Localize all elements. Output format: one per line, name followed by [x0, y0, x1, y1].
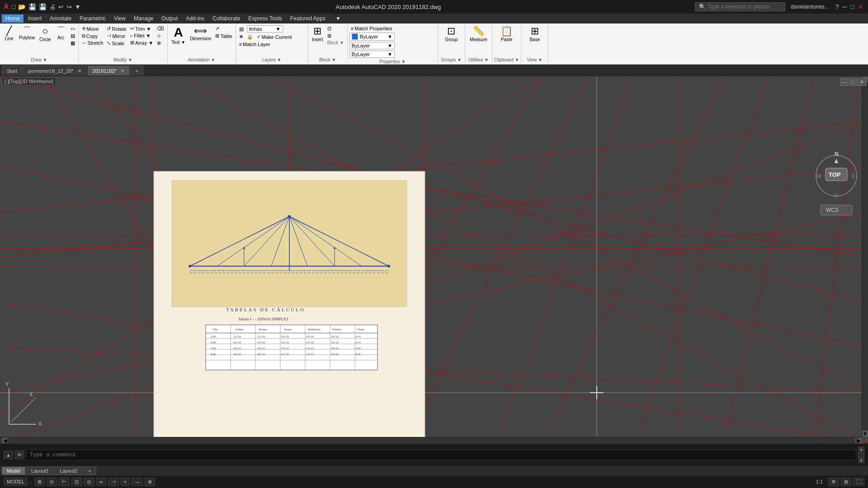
make-current-button[interactable]: ✓ Make Current [255, 33, 293, 40]
leader-button[interactable]: ↗ [214, 25, 233, 32]
tab-20191182[interactable]: 20191182* ✕ [88, 66, 130, 75]
status-isnap-btn[interactable]: ◎ [84, 478, 94, 486]
status-ducs-btn[interactable]: ⊣ [108, 478, 119, 486]
status-dyn-btn[interactable]: + [121, 478, 130, 486]
print-button[interactable]: 🖨 [48, 2, 57, 11]
layer-properties-button[interactable]: ▤ [238, 26, 245, 33]
scrollbar-bottom[interactable]: ◀ ▶ [0, 437, 862, 443]
redo-button[interactable]: ↪ [66, 2, 73, 11]
measure-button[interactable]: 📏 Measure [468, 25, 489, 43]
cmd-expand-button[interactable]: ▲ [4, 451, 13, 459]
saveas-button[interactable]: 💾 [38, 2, 47, 11]
close-viewport-button[interactable]: ✕ [858, 78, 866, 86]
model-tab-layout2[interactable]: Layout2 [55, 467, 82, 475]
status-settings-btn[interactable]: ⚙ [828, 478, 839, 486]
hatch-button[interactable]: ▤ [69, 33, 76, 39]
status-fullscreen-btn[interactable]: ⛶ [853, 478, 864, 486]
match-layer-button[interactable]: ≡ Match Layer [238, 41, 272, 47]
array-button[interactable]: ⊞ Array ▼ [129, 39, 155, 46]
status-polar-btn[interactable]: ⊡ [71, 478, 82, 486]
define-button[interactable]: ⊞ [326, 33, 345, 39]
menu-output[interactable]: Output [158, 14, 181, 23]
menu-view[interactable]: View [110, 14, 129, 23]
status-model-btn[interactable]: MODEL [4, 478, 28, 486]
cmd-settings-button[interactable]: ⚙ [15, 450, 24, 459]
minimize-button[interactable]: ─ [842, 2, 848, 11]
color-dropdown[interactable]: ByLayer ▼ [349, 33, 395, 41]
tab-20191182-close[interactable]: ✕ [120, 68, 125, 74]
search-input[interactable] [708, 4, 780, 10]
circle-button[interactable]: ○ Circle [38, 25, 53, 43]
paste-button[interactable]: 📋 Paste [499, 25, 514, 43]
status-ortho-btn[interactable]: ⊢ [59, 478, 70, 486]
status-tp-btn[interactable]: ⊕ [145, 478, 155, 486]
status-lwt-btn[interactable]: — [132, 478, 143, 486]
join-button[interactable]: ⊕ [156, 40, 165, 47]
maximize-viewport-button[interactable]: □ [849, 78, 857, 86]
menu-home[interactable]: Home [2, 14, 24, 23]
undo-button[interactable]: ↩ [57, 2, 65, 11]
qat-dropdown[interactable]: ▼ [74, 2, 82, 11]
restore-button[interactable]: ─ [840, 78, 849, 86]
scroll-right-button[interactable]: ▶ [855, 438, 862, 443]
scroll-cmd[interactable]: ▲ ▼ [858, 447, 864, 463]
explode-button[interactable]: ⊹ [156, 33, 165, 39]
open-button[interactable]: 📂 [17, 2, 27, 11]
freeze-button[interactable]: ❄ [238, 33, 245, 40]
layer-dropdown[interactable]: linhas ▼ [247, 25, 283, 33]
base-button[interactable]: ⊞ Base [528, 25, 542, 43]
scrollbar-right[interactable]: ▲ ▼ [862, 76, 868, 437]
maximize-button[interactable]: □ [850, 2, 855, 11]
menu-collaborate[interactable]: Collaborate [209, 14, 244, 23]
menu-extra[interactable]: ▼ [332, 14, 344, 23]
gradient-button[interactable]: ▦ [69, 40, 76, 47]
navigation-widget[interactable]: N S W E TOP WCS [814, 149, 859, 239]
model-tab-model[interactable]: Model [2, 467, 25, 475]
close-button[interactable]: ✕ [857, 2, 864, 11]
new-button[interactable]: □ [11, 2, 16, 11]
copy-button[interactable]: ⧉ Copy [80, 33, 105, 39]
move-button[interactable]: ✛ Move [80, 25, 105, 32]
menu-featuredapps[interactable]: Featured Apps [287, 14, 329, 23]
stretch-button[interactable]: ↔ Stretch [80, 40, 105, 46]
create-block-button[interactable]: ⊡ [326, 25, 345, 32]
menu-manage[interactable]: Manage [130, 14, 157, 23]
tab-pormenor-close[interactable]: ✕ [77, 68, 82, 74]
fillet-button[interactable]: ⌐ Fillet ▼ [129, 33, 155, 39]
lineweight-dropdown[interactable]: ByLayer ▼ [349, 51, 395, 58]
trim-button[interactable]: ✂ Trim ▼ [129, 25, 155, 32]
tab-add[interactable]: + [131, 66, 143, 75]
menu-parametric[interactable]: Parametric [76, 14, 109, 23]
save-button[interactable]: 💾 [28, 2, 37, 11]
search-bar[interactable]: 🔍 [695, 2, 785, 11]
erase-button[interactable]: ⌫ [156, 25, 165, 32]
model-tab-add[interactable]: + [83, 467, 96, 475]
model-tab-layout1[interactable]: Layout1 [26, 467, 54, 475]
menu-expresstools[interactable]: Express Tools [245, 14, 285, 23]
polyline-button[interactable]: ⌒ Polyline [17, 25, 37, 41]
line-button[interactable]: ╱ Line [2, 25, 16, 42]
dimension-button[interactable]: ⟺ Dimension [188, 25, 213, 42]
linetype-dropdown[interactable]: ByLayer ▼ [349, 42, 395, 49]
scale-button[interactable]: ⤡ Scale [105, 40, 127, 47]
status-grid-btn[interactable]: ⊞ [34, 478, 45, 486]
insert-button[interactable]: ⊞ Insert [310, 25, 325, 43]
help-button[interactable]: ? [835, 2, 840, 11]
tab-start[interactable]: Start [2, 66, 22, 75]
mirror-button[interactable]: ⊣ Mirror [105, 33, 127, 39]
viewport[interactable]: [-][Top][2D Wireframe] ─ □ ✕ [0, 76, 868, 443]
status-otrack-btn[interactable]: ∞ [96, 478, 106, 486]
match-properties-button[interactable]: ≡ Match Properties [349, 25, 394, 32]
menu-insert[interactable]: Insert [24, 14, 45, 23]
status-workspace-btn[interactable]: ⊞ [841, 478, 851, 486]
menu-addins[interactable]: Add-ins [182, 14, 208, 23]
arc-button[interactable]: ⌒ Arc [54, 25, 68, 41]
command-input[interactable] [26, 450, 856, 460]
menu-annotate[interactable]: Annotate [46, 14, 75, 23]
tab-pormenor[interactable]: pormenor16_12_20* ✕ [23, 66, 86, 75]
rotate-button[interactable]: ↺ Rotate [105, 25, 127, 32]
rectangle-button[interactable]: ▭ [69, 25, 76, 32]
table-button[interactable]: ⊞ Table [214, 33, 233, 39]
block-extra2[interactable]: Block ▼ [326, 40, 345, 46]
scroll-left-button[interactable]: ◀ [2, 438, 8, 443]
